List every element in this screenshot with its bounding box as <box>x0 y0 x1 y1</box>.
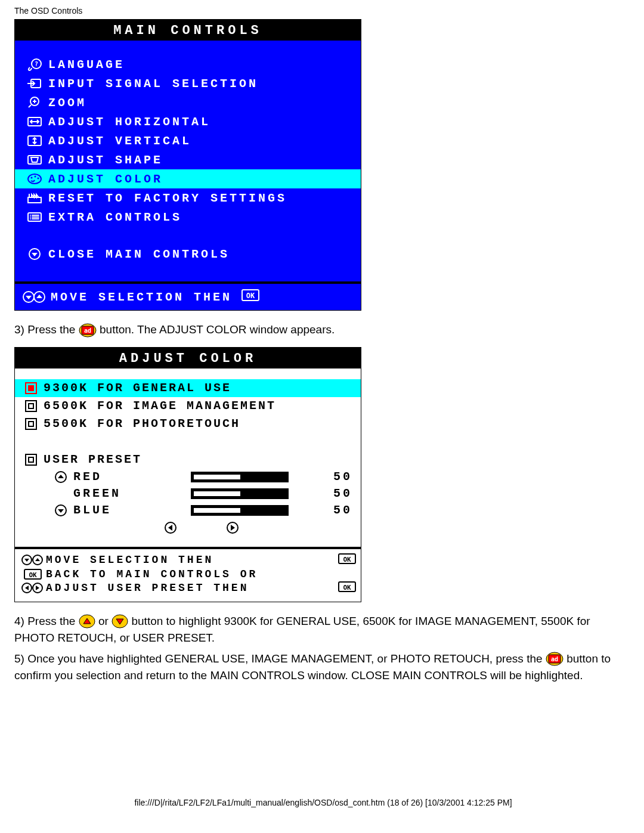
channel-value: 50 <box>317 503 352 517</box>
menu-item-input-signal[interactable]: INPUT SIGNAL SELECTION <box>15 74 361 93</box>
list-icon <box>24 210 45 224</box>
ok-box-icon: OK <box>332 553 356 567</box>
svg-text:OK: OK <box>343 556 351 563</box>
menu-label: ADJUST HORIZONTAL <box>45 115 210 129</box>
menu-label: ADJUST COLOR <box>45 172 163 186</box>
main-controls-osd: MAIN CONTROLS ? LANGUAGE INPUT SIGNAL SE… <box>14 19 361 311</box>
globe-icon: ? <box>24 58 45 71</box>
step3-suffix: button. The ADJUST COLOR window appears. <box>100 323 335 336</box>
svg-text:OK: OK <box>246 292 255 300</box>
menu-label: RESET TO FACTORY SETTINGS <box>45 191 287 205</box>
user-preset-label: USER PRESET <box>40 453 355 466</box>
palette-icon <box>24 172 45 185</box>
step-4-text: 4) Press the or button to highlight 9300… <box>14 613 632 647</box>
ok-button-icon: ad <box>79 323 97 337</box>
radio-selected-icon <box>22 382 40 395</box>
footer-hint-text: MOVE SELECTION THEN <box>47 290 232 304</box>
svg-rect-26 <box>29 422 33 426</box>
updown-circles-icon <box>20 554 46 566</box>
channel-bar <box>163 505 317 516</box>
svg-text:ad: ad <box>551 656 558 662</box>
svg-rect-28 <box>29 457 33 462</box>
down-arrow-circle-icon <box>24 247 45 261</box>
menu-item-extra-controls[interactable]: EXTRA CONTROLS <box>15 208 361 227</box>
down-button-icon <box>112 614 128 628</box>
channel-name: GREEN <box>71 487 163 500</box>
vert-arrows-icon <box>24 134 45 147</box>
channel-bar <box>163 488 317 499</box>
color-preset-9300k[interactable]: 9300K FOR GENERAL USE <box>15 379 361 397</box>
footer-line-3: ADJUST USER PRESET THEN <box>46 582 332 594</box>
preset-label: 6500K FOR IMAGE MANAGEMENT <box>40 399 355 413</box>
radio-icon <box>22 453 40 466</box>
down-arrow-circle-icon <box>51 504 71 517</box>
adjust-color-osd: ADJUST COLOR 9300K FOR GENERAL USE 6500K… <box>14 347 361 602</box>
step3-prefix: 3) Press the <box>14 323 79 336</box>
step5-pre: 5) Once you have highlighted GENERAL USE… <box>14 652 546 665</box>
svg-point-9 <box>35 176 36 178</box>
menu-label: ADJUST SHAPE <box>45 153 163 167</box>
menu-item-adj-color[interactable]: ADJUST COLOR <box>15 169 361 188</box>
left-arrow-circle-icon <box>163 521 178 537</box>
radio-icon <box>22 400 40 413</box>
svg-point-7 <box>28 174 41 184</box>
menu-item-language[interactable]: ? LANGUAGE <box>15 55 361 74</box>
menu-label: ADJUST VERTICAL <box>45 134 191 148</box>
step4-pre: 4) Press the <box>14 615 79 627</box>
svg-rect-22 <box>28 385 34 391</box>
page-header: The OSD Controls <box>14 6 632 16</box>
footer-line-1: MOVE SELECTION THEN <box>46 554 332 566</box>
svg-text:OK: OK <box>343 584 351 592</box>
menu-item-zoom[interactable]: ZOOM <box>15 93 361 112</box>
factory-icon <box>24 191 45 205</box>
svg-point-8 <box>31 177 33 179</box>
ok-box-icon: OK <box>20 569 46 580</box>
step-5-text: 5) Once you have highlighted GENERAL USE… <box>14 651 632 685</box>
main-controls-title: MAIN CONTROLS <box>15 20 361 41</box>
menu-label: INPUT SIGNAL SELECTION <box>45 77 258 91</box>
svg-rect-27 <box>26 454 36 465</box>
footer-line-2: BACK TO MAIN CONTROLS OR <box>46 568 356 580</box>
channel-value: 50 <box>317 470 352 484</box>
channel-name: RED <box>71 470 163 484</box>
channel-value: 50 <box>317 487 352 500</box>
menu-label: CLOSE MAIN CONTROLS <box>45 247 230 261</box>
menu-item-adj-shape[interactable]: ADJUST SHAPE <box>15 150 361 169</box>
menu-label: EXTRA CONTROLS <box>45 210 182 224</box>
preset-label: 5500K FOR PHOTORETOUCH <box>40 417 355 431</box>
svg-point-10 <box>38 178 39 179</box>
main-controls-footer: MOVE SELECTION THEN OK <box>15 284 361 310</box>
color-user-preset[interactable]: USER PRESET <box>15 451 361 469</box>
left-right-hint <box>15 519 361 537</box>
svg-text:ad: ad <box>84 327 91 334</box>
step4-mid: or <box>98 615 112 627</box>
svg-rect-23 <box>26 401 36 411</box>
menu-item-adj-horizontal[interactable]: ADJUST HORIZONTAL <box>15 112 361 131</box>
adjust-color-footer: MOVE SELECTION THEN OK OK BACK TO MAIN C… <box>15 549 361 602</box>
svg-rect-25 <box>26 419 36 429</box>
menu-item-reset-factory[interactable]: RESET TO FACTORY SETTINGS <box>15 188 361 208</box>
step-3-text: 3) Press the ad button. The ADJUST COLOR… <box>14 321 632 339</box>
svg-text:OK: OK <box>29 571 37 579</box>
footer-path: file:///D|/rita/LF2/LF2/LFa1/multi_manua… <box>14 798 632 807</box>
svg-text:?: ? <box>35 61 41 67</box>
channel-red[interactable]: RED 50 <box>15 469 361 485</box>
input-arrow-icon <box>24 77 45 90</box>
menu-label: LANGUAGE <box>45 58 125 72</box>
horiz-arrows-icon <box>24 115 45 128</box>
up-arrow-circle-icon <box>51 470 71 484</box>
menu-item-close[interactable]: CLOSE MAIN CONTROLS <box>15 244 361 264</box>
menu-label: ZOOM <box>45 96 86 110</box>
color-preset-5500k[interactable]: 5500K FOR PHOTORETOUCH <box>15 415 361 433</box>
preset-label: 9300K FOR GENERAL USE <box>40 381 355 395</box>
up-button-icon <box>79 614 95 628</box>
channel-green[interactable]: GREEN 50 <box>15 485 361 502</box>
channel-name: BLUE <box>71 503 163 517</box>
shape-icon <box>24 153 45 166</box>
menu-item-adj-vertical[interactable]: ADJUST VERTICAL <box>15 131 361 150</box>
ok-button-icon: ad <box>546 652 564 666</box>
channel-blue[interactable]: BLUE 50 <box>15 502 361 519</box>
ok-box-icon: OK <box>332 581 356 595</box>
adjust-color-title: ADJUST COLOR <box>15 348 361 368</box>
color-preset-6500k[interactable]: 6500K FOR IMAGE MANAGEMENT <box>15 397 361 415</box>
